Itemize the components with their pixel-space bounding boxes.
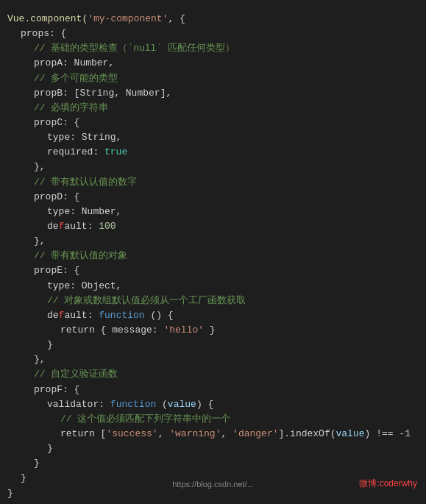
code-token: propD: { (34, 190, 79, 205)
code-token: type: Object, (47, 279, 121, 294)
code-token: required: (47, 145, 104, 160)
code-line: }, (0, 160, 426, 174)
code-token: 'warning' (169, 427, 221, 441)
code-token: function (99, 308, 144, 323)
code-token: ( (156, 397, 168, 412)
code-line: // 自定义验证函数 (0, 367, 426, 382)
code-token: 'success' (106, 427, 157, 441)
code-line: return ['success', 'warning', 'danger'].… (0, 427, 426, 441)
code-line: propB: [String, Number], (0, 86, 426, 101)
code-token: function (110, 397, 156, 412)
code-token: propC: { (34, 116, 79, 130)
code-token: propE: { (34, 263, 79, 278)
code-line: type: Number, (0, 205, 426, 219)
code-line: // 多个可能的类型 (0, 71, 426, 86)
code-line: propE: { (0, 263, 426, 278)
code-token: 'danger' (232, 427, 278, 441)
code-token: () { (145, 308, 174, 323)
code-line: validator: function (value) { (0, 397, 426, 412)
code-line: }, (0, 234, 426, 249)
code-token: ].indexOf( (279, 427, 336, 441)
code-token: value (336, 427, 365, 441)
code-token: // 带有默认认值的数字 (34, 175, 137, 190)
code-token: 'hello' (163, 323, 204, 338)
code-token: f (59, 308, 65, 323)
code-token: // 自定义验证函数 (34, 367, 118, 382)
code-token: true (104, 145, 127, 160)
code-token: , (158, 427, 170, 441)
code-token: validator: (47, 397, 110, 412)
code-token: }, (34, 160, 46, 174)
code-token: 1 (405, 427, 411, 441)
code-token: type: Number, (47, 205, 121, 219)
code-token: // 必填的字符串 (34, 101, 108, 116)
code-token: value (168, 397, 196, 412)
code-line: propD: { (0, 190, 426, 205)
code-token: } (21, 471, 26, 486)
code-token: } (204, 323, 216, 338)
code-line: // 对象或数组默认值必须从一个工厂函数获取 (0, 294, 426, 308)
code-line: }, (0, 352, 426, 367)
code-token: }, (34, 234, 46, 249)
code-token: 100 (99, 219, 116, 234)
code-token: , (221, 427, 232, 441)
code-token: // 带有默认值的对象 (34, 249, 127, 263)
code-token: type: String, (47, 130, 121, 145)
code-line: return { message: 'hello' } (0, 323, 426, 338)
code-token: } (47, 441, 53, 456)
code-line: propC: { (0, 116, 426, 130)
code-line: propA: Number, (0, 56, 426, 71)
code-line: } (0, 456, 426, 471)
code-token: return [ (60, 427, 106, 441)
code-token: // 这个值必须匹配下列字符串中的一个 (60, 412, 230, 427)
code-token: // 多个可能的类型 (34, 71, 118, 86)
code-token: ) { (196, 397, 213, 412)
code-line: // 这个值必须匹配下列字符串中的一个 (0, 412, 426, 427)
code-block: Vue.component('my-component', {props: {/… (0, 7, 426, 504)
code-line: default: 100 (0, 219, 426, 234)
code-token: ault: (64, 219, 99, 234)
code-token: ault: (64, 308, 99, 323)
code-token: propF: { (34, 383, 79, 397)
code-line: } (0, 441, 426, 456)
watermark-url: https://blog.csdn.net/... (172, 478, 254, 491)
watermark-text: 微博:coderwhy (359, 477, 417, 491)
code-line: type: Object, (0, 279, 426, 294)
code-token: } (7, 486, 13, 501)
code-line: // 带有默认认值的数字 (0, 175, 426, 190)
code-line: propF: { (0, 383, 426, 397)
code-token: props: { (21, 26, 66, 41)
code-line: } (0, 338, 426, 352)
code-token: Vue.component( (7, 12, 88, 26)
code-token: 'my-component' (88, 12, 168, 26)
code-token: } (34, 456, 40, 471)
code-token: }, (34, 352, 46, 367)
code-token: de (47, 219, 59, 234)
code-line: type: String, (0, 130, 426, 145)
code-line: // 必填的字符串 (0, 101, 426, 116)
code-line: // 基础的类型检查（`null` 匹配任何类型） (0, 41, 426, 56)
code-line: // 带有默认值的对象 (0, 249, 426, 263)
code-token: // 基础的类型检查（`null` 匹配任何类型） (34, 41, 235, 56)
code-token: // 对象或数组默认值必须从一个工厂函数获取 (47, 294, 246, 308)
code-line: }) (0, 501, 426, 504)
code-token: , { (168, 12, 185, 26)
code-token: }) (7, 501, 19, 504)
code-token: ) !== - (365, 427, 405, 441)
code-line: default: function () { (0, 308, 426, 323)
code-token: f (59, 219, 65, 234)
code-line: props: { (0, 26, 426, 41)
code-token: return { message: (60, 323, 163, 338)
code-line: Vue.component('my-component', { (0, 12, 426, 26)
code-token: propA: Number, (34, 56, 114, 71)
code-token: propB: [String, Number], (34, 86, 171, 101)
code-line: required: true (0, 145, 426, 160)
code-token: de (47, 308, 59, 323)
code-token: } (47, 338, 53, 352)
